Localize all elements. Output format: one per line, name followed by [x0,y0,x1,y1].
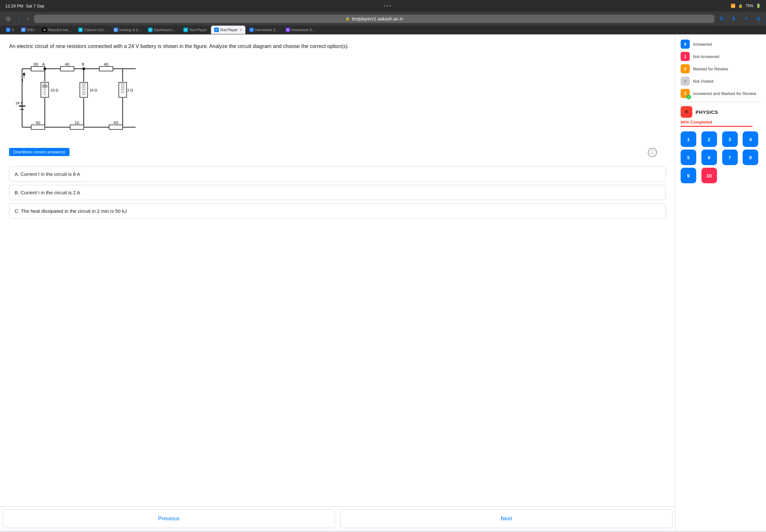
previous-button[interactable]: Previous [3,509,335,528]
tab-aakash2[interactable]: ADashboard |... [145,26,179,34]
question-area: An electric circuit of nine resistors co… [0,34,675,506]
tab-g1[interactable]: G546+ [18,26,38,34]
address-bar[interactable]: 🔒 testplayerv1.aakash.ac.in [34,15,714,23]
question-grid: 12345678910 [681,131,761,183]
time: 12:29 PM [5,4,23,8]
tab-icon-g1: G [21,28,26,32]
tabs-button[interactable]: ⧉ [755,14,762,23]
legend-item-not-visited: 0Not Visited [681,77,761,86]
sidebar-toggle[interactable]: ⊞ [4,15,13,23]
tab-aakash3[interactable]: ATest Player [180,26,210,34]
question-num-9[interactable]: 9 [681,168,696,183]
tab-icon-testplayer: A [214,28,219,32]
question-num-6[interactable]: 6 [701,150,717,165]
info-icon[interactable]: ⓘ [648,148,657,157]
forward-button[interactable]: › [25,15,31,23]
svg-text:I: I [22,78,23,83]
svg-text:1Ω: 1Ω [75,121,79,125]
tab-icon-aakash1: A [78,28,83,32]
question-num-5[interactable]: 5 [681,150,696,165]
browser-actions: ⬆ + ⧉ [730,14,762,23]
svg-rect-16 [60,67,74,71]
tab-icon-notion: N [42,28,47,32]
tab-label-aakash1: Calcium Oxi... [84,28,106,32]
svg-text:4Ω: 4Ω [114,121,118,125]
tab-label-g1: 546+ [27,28,35,32]
legend-badge-not-answered: 1 [681,52,690,61]
legend-badge-not-visited: 0 [681,77,690,86]
battery-level: 75% [746,4,753,8]
question-num-1[interactable]: 1 [681,131,696,147]
status-left: 12:29 PM Sat 7 Sep [5,4,44,8]
svg-text:24 V: 24 V [16,101,23,105]
tab-close-testplayer[interactable]: ✕ [239,28,242,32]
question-num-10[interactable]: 10 [701,168,717,183]
tab-notion[interactable]: NReaction bet... [39,26,74,34]
question-num-3[interactable]: 3 [722,131,738,147]
signal-icon: 🔒 [738,4,743,8]
status-center: • • • [384,3,391,8]
svg-text:4Ω: 4Ω [65,62,69,66]
back-button[interactable]: ‹ [16,15,22,23]
tab-icon-aakash2: A [148,28,152,32]
svg-rect-60 [109,125,123,129]
progress-bar [681,126,753,127]
tab-icon-aakash3: A [183,28,188,32]
navigation-buttons: Previous Next [0,506,675,531]
option-b[interactable]: B. Current I in the circuit is 2 A [9,185,666,200]
question-num-8[interactable]: 8 [743,150,758,165]
legend-badge-answered-marked: 0 [681,89,690,98]
option-a[interactable]: A. Current I in the circuit is 8 A [9,166,666,182]
question-text: An electric circuit of nine resistors co… [9,42,666,51]
tab-icon-g2: G [114,28,118,32]
question-num-4[interactable]: 4 [743,131,758,147]
tab-label-homework1: Homework S... [255,28,278,32]
wifi-icon: 📶 [731,4,736,8]
battery-icon: 🔋 [756,4,761,8]
svg-point-23 [43,67,46,70]
question-num-7[interactable]: 7 [722,150,738,165]
svg-rect-56 [70,125,84,129]
circuit-diagram: 3Ω 4Ω 4Ω A B [12,56,666,141]
svg-text:B: B [82,62,84,66]
next-button[interactable]: Next [340,509,673,528]
legend-label-marked: Marked for Review [693,67,728,71]
subject-header: ⚛ PHYSICS [681,106,761,118]
tab-g2[interactable]: Gheating of b... [110,26,144,34]
svg-text:3Ω: 3Ω [33,62,38,66]
svg-rect-12 [31,67,45,71]
legend-item-not-answered: 1Not Answered [681,52,761,61]
physics-icon: ⚛ [681,106,692,118]
svg-point-24 [82,67,85,70]
lock-icon: 🔒 [345,17,350,21]
tab-homework2[interactable]: HHomework S... [282,26,318,34]
atom-icon: ⚛ [684,108,689,115]
status-bar: 12:29 PM Sat 7 Sep • • • 📶 🔒 75% 🔋 [0,0,766,12]
tab-icon-homework1: S [249,28,254,32]
tab-aakash1[interactable]: ACalcium Oxi... [75,26,109,34]
url-text: testplayerv1.aakash.ac.in [352,16,403,21]
share-button[interactable]: ⬆ [730,14,738,23]
legend-item-answered: 9Answered [681,40,761,49]
progress-text: 90% Completed [681,120,761,125]
new-tab-button[interactable]: + [742,14,750,23]
legend: 9Answered1Not Answered0Marked for Review… [681,40,761,98]
tabs-bar: SSG546+NReaction bet...ACalcium Oxi...Gh… [0,26,766,34]
subject-name: PHYSICS [696,109,718,115]
reload-button[interactable]: ↻ [718,15,726,23]
tab-label-testplayer: Test Player [220,28,237,32]
tab-label-g2: heating of b... [119,28,141,32]
svg-text:10 Ω: 10 Ω [90,88,97,92]
svg-text:10 Ω: 10 Ω [51,88,58,92]
question-num-2[interactable]: 2 [701,131,717,147]
legend-label-answered-marked: Answered and Marked for Review [693,91,756,96]
legend-label-answered: Answered [693,42,712,47]
option-c[interactable]: C. The heat dissipated in the circuit in… [9,203,666,219]
tab-homework1[interactable]: SHomework S... [246,26,282,34]
tab-s1[interactable]: SS [3,26,17,34]
date: Sat 7 Sep [26,4,44,8]
legend-badge-answered: 9 [681,40,690,49]
tab-testplayer[interactable]: ATest Player✕ [211,26,245,34]
svg-text:A: A [42,62,45,66]
options-list: A. Current I in the circuit is 8 AB. Cur… [9,166,666,219]
